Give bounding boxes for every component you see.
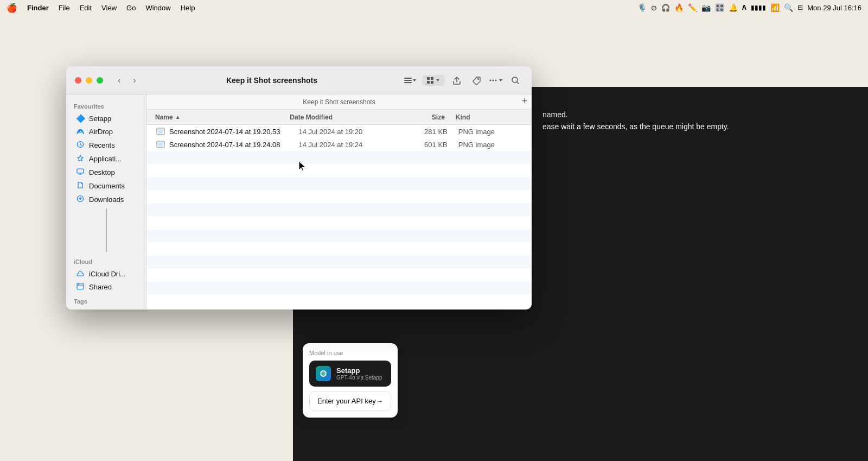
file-date: 14 Jul 2024 at 19:20 xyxy=(298,128,395,136)
sidebar-item-desktop-label: Desktop xyxy=(89,168,115,176)
fire-icon[interactable]: 🔥 xyxy=(674,3,684,12)
file-size: 281 KB xyxy=(395,128,458,136)
setapp-logo xyxy=(316,366,331,381)
svg-rect-6 xyxy=(427,81,430,84)
tags-header: Tags xyxy=(66,294,146,307)
sidebar-item-airdrop[interactable]: AirDrop xyxy=(68,125,144,138)
empty-row xyxy=(146,229,532,242)
control-center-icon[interactable]: ⊟ xyxy=(797,4,803,11)
empty-row xyxy=(146,242,532,255)
forward-button[interactable]: › xyxy=(128,74,141,87)
downloads-icon xyxy=(76,195,85,204)
col-kind-header[interactable]: Kind xyxy=(456,113,523,121)
svg-rect-3 xyxy=(404,82,412,83)
sidebar-item-recents-label: Recents xyxy=(89,141,115,149)
menubar: 🍎 Finder File Edit View Go Window Help 🎙… xyxy=(0,0,868,15)
col-size-header[interactable]: Size xyxy=(391,113,456,121)
finder-files: Screenshot 2024-07-14 at 19.20.53 14 Jul… xyxy=(146,125,532,310)
list-view-button[interactable] xyxy=(403,73,418,88)
setapp-text: Setapp GPT-4o via Setapp xyxy=(336,367,382,381)
applications-icon xyxy=(76,154,85,163)
search-icon[interactable]: 🔍 xyxy=(784,3,793,12)
table-row[interactable]: Screenshot 2024-07-14 at 19.24.08 14 Jul… xyxy=(146,138,532,151)
file-kind: PNG image xyxy=(458,141,523,149)
svg-point-10 xyxy=(493,79,494,81)
sidebar-item-applications-label: Applicati... xyxy=(89,155,122,163)
close-button[interactable] xyxy=(75,77,81,84)
menu-view[interactable]: View xyxy=(101,4,117,12)
setapp-option[interactable]: Setapp GPT-4o via Setapp xyxy=(309,361,391,387)
microphone-icon[interactable]: 🎙️ xyxy=(637,3,647,12)
fullscreen-button[interactable] xyxy=(97,77,103,84)
screenrecord-icon[interactable]: ⊙ xyxy=(651,4,657,12)
minimize-button[interactable] xyxy=(86,77,92,84)
finder-title: Keep it Shot screenshots xyxy=(146,76,397,85)
svg-rect-4 xyxy=(427,77,430,80)
font-icon[interactable]: A xyxy=(742,4,747,11)
svg-point-9 xyxy=(490,79,492,81)
file-size: 601 KB xyxy=(395,141,458,149)
more-button[interactable] xyxy=(488,73,503,88)
sort-arrow: ▲ xyxy=(175,114,181,120)
empty-row xyxy=(146,281,532,294)
empty-row xyxy=(146,190,532,203)
menu-go[interactable]: Go xyxy=(126,4,136,12)
menu-edit[interactable]: Edit xyxy=(80,4,92,12)
add-folder-button[interactable]: + xyxy=(518,94,531,108)
apple-menu[interactable]: 🍎 xyxy=(7,3,17,13)
sidebar-item-icloud-drive[interactable]: iCloud Dri... xyxy=(68,267,144,280)
column-headers: Name ▲ Date Modified Size Kind xyxy=(146,110,532,125)
pencil-icon[interactable]: ✏️ xyxy=(688,3,697,12)
setapp-sub: GPT-4o via Setapp xyxy=(336,375,382,381)
table-row[interactable]: Screenshot 2024-07-14 at 19.20.53 14 Jul… xyxy=(146,125,532,138)
svg-rect-2 xyxy=(404,80,412,81)
menu-file[interactable]: File xyxy=(59,4,70,12)
sidebar-item-recents[interactable]: Recents xyxy=(68,138,144,152)
shared-icon xyxy=(76,282,85,292)
search-button[interactable] xyxy=(508,73,523,88)
sidebar-item-desktop[interactable]: Desktop xyxy=(68,166,144,179)
menu-window[interactable]: Window xyxy=(145,4,170,12)
file-date: 14 Jul 2024 at 19:24 xyxy=(298,141,395,149)
nav-buttons: ‹ › xyxy=(113,74,141,87)
icloud-header: iCloud xyxy=(66,254,146,267)
tag-button[interactable] xyxy=(469,73,484,88)
app-name[interactable]: Finder xyxy=(27,4,49,12)
airdrop-icon xyxy=(76,127,85,136)
camera-icon[interactable]: 📷 xyxy=(701,3,711,12)
mixer-icon[interactable]: 🎛️ xyxy=(715,3,724,12)
battery-icon: ▮▮▮▮ xyxy=(751,4,766,11)
api-key-button[interactable]: Enter your API key → xyxy=(309,391,391,411)
sidebar-item-setapp-label: Setapp xyxy=(89,115,111,123)
empty-row xyxy=(146,151,532,164)
headphone-icon[interactable]: 🎧 xyxy=(661,4,670,12)
sidebar-item-red[interactable]: Red xyxy=(68,307,144,310)
menu-help[interactable]: Help xyxy=(181,4,195,12)
sidebar-item-airdrop-label: AirDrop xyxy=(89,128,113,136)
svg-rect-5 xyxy=(431,77,433,80)
finder-main: Keep it Shot screenshots Name ▲ Date Mod… xyxy=(146,94,532,310)
panel-text-line1: named. xyxy=(542,109,729,121)
share-button[interactable] xyxy=(449,73,464,88)
file-name: Screenshot 2024-07-14 at 19.20.53 xyxy=(169,128,298,136)
wifi-icon[interactable]: 📶 xyxy=(770,3,780,12)
bell-icon[interactable]: 🔔 xyxy=(729,3,738,12)
svg-rect-7 xyxy=(431,81,433,84)
sidebar-item-documents[interactable]: Documents xyxy=(68,179,144,193)
favourites-header: Favourites xyxy=(66,99,146,112)
toolbar-actions xyxy=(403,73,523,88)
sidebar-item-setapp[interactable]: 🔷 Setapp xyxy=(68,112,144,125)
back-button[interactable]: ‹ xyxy=(113,74,126,87)
grid-view-button[interactable] xyxy=(422,75,445,86)
finder-sidebar: Favourites 🔷 Setapp AirDrop xyxy=(66,94,146,310)
sidebar-item-shared[interactable]: Shared xyxy=(68,280,144,294)
empty-row xyxy=(146,177,532,190)
desktop-icon xyxy=(76,168,85,177)
empty-row xyxy=(146,203,532,216)
sidebar-scrollbar xyxy=(106,209,107,252)
sidebar-item-downloads[interactable]: Downloads xyxy=(68,193,144,206)
sidebar-item-applications[interactable]: Applicati... xyxy=(68,152,144,166)
panel-text-line2: ease wait a few seconds, as the queue mi… xyxy=(542,121,729,132)
col-date-header[interactable]: Date Modified xyxy=(290,113,391,121)
col-name-header[interactable]: Name ▲ xyxy=(155,113,290,121)
